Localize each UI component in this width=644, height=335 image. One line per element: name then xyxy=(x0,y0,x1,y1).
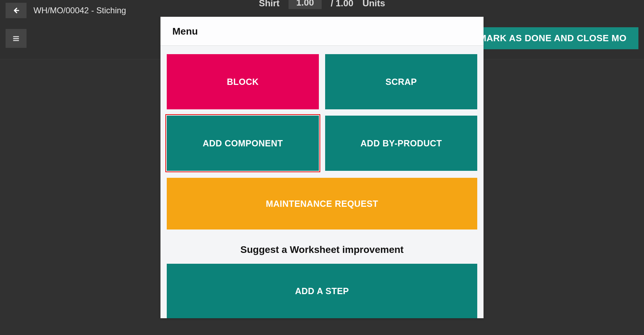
page-title: WH/MO/00042 - Stiching xyxy=(33,6,126,15)
product-info-row: Shirt 1.00 / 1.00 Units xyxy=(259,0,385,10)
svg-rect-3 xyxy=(13,40,19,41)
hamburger-icon xyxy=(12,35,20,42)
add-step-button[interactable]: ADD A STEP xyxy=(167,264,477,318)
suggest-heading: Suggest a Worksheet improvement xyxy=(167,236,477,257)
quantity-unit: Units xyxy=(362,0,385,9)
hamburger-button[interactable] xyxy=(6,29,27,48)
quantity-total: / 1.00 xyxy=(331,0,353,9)
maintenance-request-button[interactable]: MAINTENANCE REQUEST xyxy=(167,178,477,230)
mark-done-close-button[interactable]: MARK AS DONE AND CLOSE MO xyxy=(467,27,638,49)
add-component-button[interactable]: ADD COMPONENT xyxy=(167,116,319,171)
arrow-left-icon xyxy=(12,7,20,14)
back-button[interactable] xyxy=(6,3,27,18)
add-by-product-button[interactable]: ADD BY-PRODUCT xyxy=(325,116,477,171)
svg-rect-1 xyxy=(13,36,19,37)
modal-title: Menu xyxy=(160,17,484,46)
menu-grid: BLOCK SCRAP ADD COMPONENT ADD BY-PRODUCT xyxy=(167,54,477,171)
menu-modal: Menu BLOCK SCRAP ADD COMPONENT ADD BY-PR… xyxy=(160,17,484,318)
quantity-current-badge: 1.00 xyxy=(289,0,322,9)
svg-rect-2 xyxy=(13,38,19,39)
product-name: Shirt xyxy=(259,0,279,9)
scrap-button[interactable]: SCRAP xyxy=(325,54,477,109)
modal-body: BLOCK SCRAP ADD COMPONENT ADD BY-PRODUCT… xyxy=(160,46,484,318)
block-button[interactable]: BLOCK xyxy=(167,54,319,109)
